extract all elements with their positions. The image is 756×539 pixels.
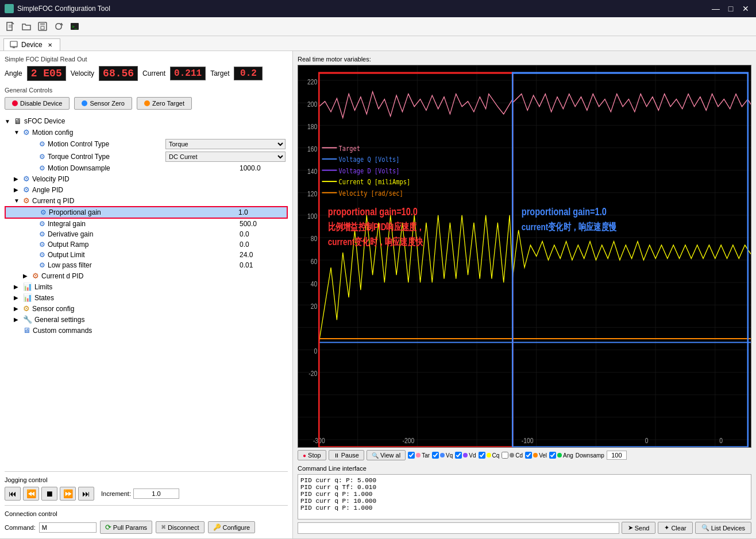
close-button[interactable]: ✕ xyxy=(740,3,751,14)
cli-input[interactable] xyxy=(298,522,619,534)
jog-end-button[interactable]: ⏭ xyxy=(78,487,94,501)
terminal-icon[interactable]: >_ xyxy=(68,20,82,33)
deriv-gain-icon: ⚙ xyxy=(39,230,45,238)
tab-close-button[interactable]: ✕ xyxy=(46,41,54,49)
connection-row: Command: ⟳ Pull Params ✖ Disconnect 🔑 Co… xyxy=(5,521,288,534)
low-pass-filter-row[interactable]: ⚙ Low pass filter 0.01 xyxy=(5,260,288,270)
jog-stop-button[interactable]: ⏹ xyxy=(41,487,57,501)
device-tab[interactable]: Device ✕ xyxy=(3,38,60,51)
custom-commands-icon: 🖥 xyxy=(23,326,30,335)
tree-custom-commands[interactable]: 🖥 Custom commands xyxy=(5,325,288,336)
open-icon[interactable] xyxy=(20,20,33,33)
send-button[interactable]: ➤ Send xyxy=(622,522,656,534)
prop-gain-icon: ⚙ xyxy=(40,208,47,216)
vel-checkbox[interactable] xyxy=(525,452,532,459)
tree-general-settings[interactable]: ▶ 🔧 General settings xyxy=(5,314,288,325)
tab-label: Device xyxy=(21,41,43,49)
vd-checkbox[interactable] xyxy=(455,452,462,459)
integral-gain-row[interactable]: ⚙ Integral gain 500.0 xyxy=(5,219,288,229)
svg-text:Voltage D [Volts]: Voltage D [Volts] xyxy=(339,166,400,175)
svg-rect-5 xyxy=(41,26,44,29)
output-ramp-row[interactable]: ⚙ Output Ramp 0.0 xyxy=(5,239,288,250)
connection-title: Connection control xyxy=(5,510,288,517)
view-all-button[interactable]: 🔍 View al xyxy=(367,450,406,460)
svg-rect-11 xyxy=(298,65,751,447)
proportional-gain-row[interactable]: ⚙ Proportional gain 1.0 xyxy=(5,206,288,219)
cli-line-3: PID curr q P: 1.000 xyxy=(300,491,749,498)
ang-checkbox[interactable] xyxy=(549,452,556,459)
chart-svg: 220 200 180 160 140 120 100 80 60 40 20 … xyxy=(298,65,751,447)
motion-control-icon: ⚙ xyxy=(39,140,45,148)
svg-text:Current Q [miliAmps]: Current Q [miliAmps] xyxy=(339,177,411,186)
tree-sensor-config[interactable]: ▶ ⚙ Sensor config xyxy=(5,303,288,314)
svg-text:180: 180 xyxy=(307,122,318,130)
cd-checkbox[interactable] xyxy=(502,452,508,459)
svg-rect-4 xyxy=(40,22,45,25)
motion-downsample-row[interactable]: ⚙ Motion Downsample 1000.0 xyxy=(5,163,288,173)
current-label: Current xyxy=(142,69,165,77)
velocity-pid-toggle: ▶ xyxy=(14,176,21,182)
stop-icon: ● xyxy=(303,452,306,459)
cli-line-4: PID curr q P: 10.000 xyxy=(300,498,749,505)
vq-checkbox[interactable] xyxy=(432,452,439,459)
connection-section: Connection control Command: ⟳ Pull Param… xyxy=(5,505,288,534)
stop-button[interactable]: ● Stop xyxy=(298,450,326,460)
target-checkbox[interactable] xyxy=(408,452,415,459)
tree-angle-pid[interactable]: ▶ ⚙ Angle PID xyxy=(5,184,288,195)
tree-sfoc-device[interactable]: ▼ 🖥 sFOC Device xyxy=(5,115,288,127)
disable-device-button[interactable]: Disable Device xyxy=(5,97,70,110)
send-icon: ➤ xyxy=(628,524,633,532)
new-icon[interactable] xyxy=(3,20,17,33)
vd-legend: Vd xyxy=(455,452,476,459)
maximize-button[interactable]: □ xyxy=(725,3,736,14)
command-input[interactable] xyxy=(39,522,97,533)
command-label: Command: xyxy=(5,524,36,531)
sensor-zero-button[interactable]: Sensor Zero xyxy=(74,97,132,110)
pull-params-button[interactable]: ⟳ Pull Params xyxy=(100,521,152,534)
output-limit-row[interactable]: ⚙ Output Limit 24.0 xyxy=(5,250,288,260)
svg-text:current变化时，响应速度慢: current变化时，响应速度慢 xyxy=(522,221,617,232)
svg-text:200: 200 xyxy=(307,100,318,108)
readout-section: Simple FOC Digital Read Out Angle 2 E05 … xyxy=(5,56,288,81)
downsample-label: Downsamp xyxy=(576,452,604,459)
list-devices-button[interactable]: 🔍 List Devices xyxy=(695,522,751,534)
svg-text:220: 220 xyxy=(307,77,318,85)
pull-icon: ⟳ xyxy=(105,523,111,532)
loop-icon[interactable] xyxy=(52,20,65,33)
pause-button[interactable]: ⏸ Pause xyxy=(329,450,364,460)
tree-current-q-pid[interactable]: ▼ ⚙ Current q PID xyxy=(5,195,288,206)
motion-config-icon: ⚙ xyxy=(23,128,30,137)
zero-target-button[interactable]: Zero Target xyxy=(137,97,192,110)
svg-text:40: 40 xyxy=(311,279,318,287)
minimize-button[interactable]: — xyxy=(710,3,722,14)
tree-velocity-pid[interactable]: ▶ ⚙ Velocity PID xyxy=(5,173,288,184)
downsample-input[interactable] xyxy=(607,451,627,460)
derivative-gain-row[interactable]: ⚙ Derivative gain 0.0 xyxy=(5,229,288,239)
svg-text:20: 20 xyxy=(311,302,318,310)
svg-text:100: 100 xyxy=(307,212,318,220)
tree-current-d-pid[interactable]: ▶ ⚙ Current d PID xyxy=(5,270,288,281)
clear-button[interactable]: ✦ Clear xyxy=(658,522,692,534)
motion-control-select[interactable]: Torque xyxy=(165,139,286,149)
svg-text:0: 0 xyxy=(314,347,317,355)
torque-control-select[interactable]: DC Curret xyxy=(165,152,286,162)
jog-next-button[interactable]: ⏩ xyxy=(60,487,76,501)
output-limit-icon: ⚙ xyxy=(39,251,45,259)
tree-limits[interactable]: ▶ 📊 Limits xyxy=(5,281,288,292)
disconnect-icon: ✖ xyxy=(161,524,166,531)
save-icon[interactable] xyxy=(36,20,49,33)
configure-button[interactable]: 🔑 Configure xyxy=(208,521,256,533)
window-title: SimpleFOC Configuration Tool xyxy=(17,5,707,13)
zero-dot xyxy=(144,100,150,106)
jog-prev-button[interactable]: ⏪ xyxy=(23,487,39,501)
target-label: Target xyxy=(210,69,229,77)
cq-checkbox[interactable] xyxy=(479,452,485,459)
general-settings-toggle: ▶ xyxy=(14,316,21,323)
tree-section: ▼ 🖥 sFOC Device ▼ ⚙ Motion config ⚙ Moti… xyxy=(5,115,288,467)
jog-start-button[interactable]: ⏮ xyxy=(5,487,21,501)
current-q-pid-toggle: ▼ xyxy=(14,197,21,204)
disconnect-button[interactable]: ✖ Disconnect xyxy=(156,521,204,533)
tree-motion-config[interactable]: ▼ ⚙ Motion config xyxy=(5,127,288,138)
tree-states[interactable]: ▶ 📊 States xyxy=(5,292,288,303)
increment-input[interactable] xyxy=(133,488,179,499)
